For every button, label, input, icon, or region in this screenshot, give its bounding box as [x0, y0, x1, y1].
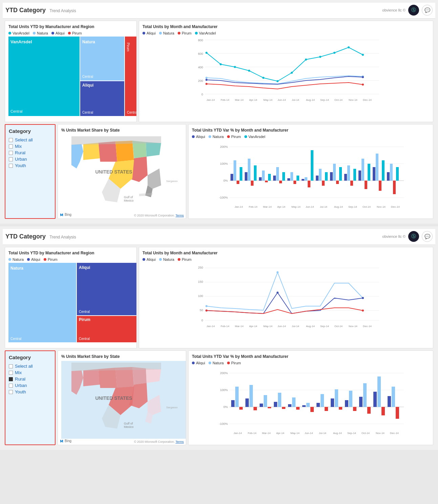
- svg-point-34: [205, 52, 207, 54]
- category-checkbox-selectall-2[interactable]: [9, 364, 13, 368]
- terms-link-2[interactable]: Terms: [176, 440, 184, 443]
- svg-rect-186: [268, 407, 271, 408]
- svg-point-51: [362, 84, 364, 86]
- svg-text:Sargasso: Sargasso: [166, 180, 178, 183]
- svg-rect-100: [353, 169, 356, 181]
- svg-text:Nov-14: Nov-14: [377, 205, 386, 208]
- page-title-1: YTD Category: [5, 7, 46, 14]
- category-item-youth-2[interactable]: Youth: [9, 389, 51, 395]
- category-checkbox-youth-2[interactable]: [9, 390, 13, 394]
- page-subtitle-1: Trend Analysis: [49, 8, 76, 13]
- svg-text:Central: Central: [82, 75, 93, 78]
- category-checkbox-mix-2[interactable]: [9, 371, 13, 375]
- category-label-selectall-2: Select all: [15, 364, 33, 369]
- svg-rect-203: [349, 391, 352, 407]
- svg-text:Aliqui: Aliqui: [82, 83, 93, 88]
- category-panel-2[interactable]: Category Select all Mix Rural: [5, 350, 56, 445]
- bar-panel-1: Total Units YTD Var % by Month and Manuf…: [188, 124, 433, 219]
- category-item-mix-2[interactable]: Mix: [9, 369, 51, 376]
- legend-dot-natura-1: [33, 32, 36, 35]
- svg-rect-125: [8, 263, 76, 342]
- svg-text:Jul-14: Jul-14: [319, 432, 326, 435]
- svg-text:Central: Central: [82, 111, 93, 114]
- svg-rect-192: [296, 407, 300, 410]
- svg-text:Sargasso: Sargasso: [166, 406, 178, 409]
- svg-text:Gulf of: Gulf of: [124, 422, 133, 425]
- svg-rect-202: [345, 400, 348, 407]
- svg-text:Jan-14: Jan-14: [235, 205, 243, 208]
- bar-chart-svg-2: -100% 0% 100% 200%: [192, 366, 430, 444]
- comment-icon-btn-2[interactable]: 💬: [422, 231, 433, 242]
- svg-text:May-14: May-14: [290, 432, 300, 435]
- svg-text:UNITED STATES: UNITED STATES: [95, 169, 132, 175]
- category-label-selectall-1: Select all: [15, 137, 33, 142]
- map-svg-1: UNITED STATES Gulf of Mexico Sargasso: [61, 135, 186, 212]
- category-item-youth-1[interactable]: Youth: [9, 162, 51, 169]
- category-panel-1[interactable]: Category Select all Mix Rural: [5, 124, 56, 219]
- category-checkbox-youth-1[interactable]: [9, 164, 13, 168]
- svg-rect-208: [373, 392, 377, 407]
- category-item-rural-1[interactable]: Rural: [9, 150, 51, 156]
- brand-icon-btn-1[interactable]: Ⓢ: [408, 5, 419, 16]
- svg-point-40: [291, 72, 293, 74]
- comment-icon-btn-1[interactable]: 💬: [422, 5, 433, 16]
- svg-text:100%: 100%: [220, 388, 228, 392]
- svg-text:Oct-14: Oct-14: [362, 432, 370, 435]
- map-svg-2: UNITED STATES Gulf of Mexico Sargasso: [61, 361, 186, 439]
- category-label-youth-1: Youth: [15, 163, 26, 168]
- svg-rect-106: [376, 154, 378, 181]
- svg-rect-83: [293, 181, 296, 184]
- bing-footer-1: ᴍ Bing: [60, 212, 71, 217]
- svg-text:Apr-14: Apr-14: [249, 325, 258, 328]
- brand-icon-btn-2[interactable]: Ⓢ: [408, 231, 419, 242]
- svg-point-39: [277, 80, 279, 82]
- category-item-selectall-1[interactable]: Select all: [9, 137, 51, 143]
- category-item-urban-1[interactable]: Urban: [9, 156, 51, 162]
- map-panel-1: % Units Market Share by State: [58, 124, 186, 219]
- line-panel-2: Total Units by Month and Manufacturer Al…: [139, 247, 433, 348]
- svg-text:May-14: May-14: [263, 98, 272, 101]
- svg-rect-78: [276, 167, 279, 181]
- line-chart-svg-2: 0 50 100 150 250 Jan-14 Feb-14 Mar-14 Ap…: [143, 263, 430, 344]
- bing-footer-2: ᴍ Bing: [60, 438, 71, 443]
- svg-rect-108: [382, 160, 385, 181]
- svg-rect-97: [344, 174, 347, 181]
- terms-link-1[interactable]: Terms: [176, 214, 184, 217]
- category-checkbox-rural-2[interactable]: [9, 377, 13, 381]
- treemap-legend-1: VanArsdel Natura Aliqui Pirum: [8, 31, 133, 35]
- svg-text:0%: 0%: [223, 179, 228, 182]
- category-checkbox-urban-2[interactable]: [9, 384, 13, 388]
- svg-text:Natura: Natura: [10, 266, 23, 271]
- category-checkbox-urban-1[interactable]: [9, 157, 13, 161]
- svg-text:Mexico: Mexico: [124, 425, 134, 429]
- page-subtitle-2: Trend Analysis: [49, 235, 76, 239]
- category-item-mix-1[interactable]: Mix: [9, 143, 51, 150]
- category-title-1: Category: [9, 128, 51, 134]
- category-checkbox-mix-1[interactable]: [9, 144, 13, 148]
- line-chart-svg-1: 0 200 400 600 800 Jan-14 Feb-14 Mar-14 A…: [143, 37, 430, 118]
- svg-text:Mexico: Mexico: [124, 199, 134, 202]
- category-checkbox-selectall-1[interactable]: [9, 138, 13, 142]
- svg-text:Nov-14: Nov-14: [349, 98, 357, 101]
- legend-pirum-1: Pirum: [68, 31, 82, 35]
- svg-text:Oct-14: Oct-14: [363, 205, 371, 208]
- svg-point-48: [205, 79, 207, 81]
- svg-rect-86: [305, 177, 307, 181]
- svg-rect-199: [331, 398, 334, 407]
- svg-point-38: [262, 77, 264, 79]
- category-item-rural-2[interactable]: Rural: [9, 376, 51, 382]
- bar-title-1: Total Units YTD Var % by Month and Manuf…: [192, 128, 430, 133]
- category-item-urban-2[interactable]: Urban: [9, 382, 51, 389]
- page-title-area-2: YTD Category Trend Analysis: [5, 233, 76, 240]
- svg-text:200%: 200%: [220, 145, 228, 148]
- svg-point-43: [333, 52, 335, 54]
- svg-point-161: [362, 297, 364, 299]
- b-dot: [192, 135, 195, 138]
- svg-rect-193: [302, 405, 306, 407]
- svg-text:VanArsdel: VanArsdel: [10, 39, 32, 44]
- svg-rect-110: [390, 164, 393, 181]
- category-checkbox-rural-1[interactable]: [9, 151, 13, 155]
- category-item-selectall-2[interactable]: Select all: [9, 363, 51, 369]
- main-content-2: Total Units YTD by Manufacturer and Regi…: [3, 245, 435, 447]
- svg-text:400: 400: [198, 66, 203, 69]
